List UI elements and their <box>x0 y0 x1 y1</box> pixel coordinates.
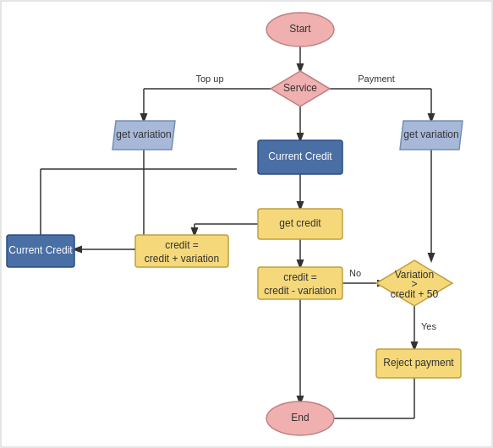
credit-minus-label-2: credit - variation <box>264 285 336 297</box>
credit-plus-label-1: credit = <box>165 239 199 251</box>
service-label: Service <box>283 82 317 94</box>
start-label: Start <box>289 23 311 35</box>
current-credit-top-label: Current Credit <box>268 150 332 162</box>
end-label: End <box>291 412 309 423</box>
get-variation-left-label: get variation <box>116 128 171 140</box>
variation-check-label-3: credit + 50 <box>391 288 439 300</box>
get-variation-right-label: get variation <box>403 128 458 140</box>
credit-plus-label-2: credit + variation <box>145 253 219 265</box>
flowchart-svg: Top up Payment No Yes Start Service get … <box>0 0 493 448</box>
top-up-label: Top up <box>195 74 223 84</box>
yes-label: Yes <box>421 321 436 331</box>
get-credit-label: get credit <box>279 217 321 229</box>
no-label: No <box>349 268 361 278</box>
credit-minus-label-1: credit = <box>283 271 317 283</box>
reject-payment-label: Reject payment <box>383 357 454 369</box>
current-credit-left-label: Current Credit <box>8 244 73 256</box>
payment-label: Payment <box>358 74 394 84</box>
